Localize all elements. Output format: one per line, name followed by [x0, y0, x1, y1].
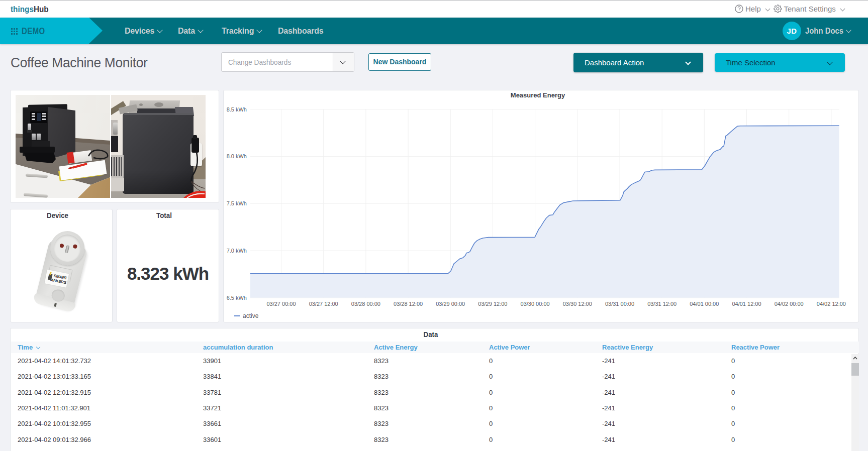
svg-text:04/01 00:00: 04/01 00:00	[690, 301, 719, 307]
svg-text:7.5 kWh: 7.5 kWh	[227, 200, 247, 206]
svg-text:03/28 12:00: 03/28 12:00	[394, 301, 423, 307]
svg-text:Measured Energy: Measured Energy	[511, 91, 565, 99]
svg-text:8.5 kWh: 8.5 kWh	[227, 106, 247, 112]
svg-text:03/31 12:00: 03/31 12:00	[647, 301, 677, 307]
svg-text:03/29 12:00: 03/29 12:00	[478, 301, 507, 307]
svg-text:active: active	[243, 312, 259, 319]
svg-text:03/27 00:00: 03/27 00:00	[266, 301, 296, 307]
svg-text:7.0 kWh: 7.0 kWh	[227, 248, 247, 254]
svg-text:03/27 12:00: 03/27 12:00	[309, 301, 338, 307]
svg-text:03/30 12:00: 03/30 12:00	[563, 301, 592, 307]
svg-text:03/31 00:00: 03/31 00:00	[605, 301, 634, 307]
svg-text:8.0 kWh: 8.0 kWh	[227, 153, 247, 159]
svg-text:04/01 12:00: 04/01 12:00	[732, 301, 761, 307]
svg-text:04/02 12:00: 04/02 12:00	[817, 301, 846, 307]
svg-text:04/02 00:00: 04/02 00:00	[775, 301, 804, 307]
svg-text:03/29 00:00: 03/29 00:00	[436, 301, 465, 307]
svg-text:6.5 kWh: 6.5 kWh	[227, 295, 247, 301]
svg-text:03/28 00:00: 03/28 00:00	[351, 301, 380, 307]
svg-text:03/30 00:00: 03/30 00:00	[521, 301, 550, 307]
